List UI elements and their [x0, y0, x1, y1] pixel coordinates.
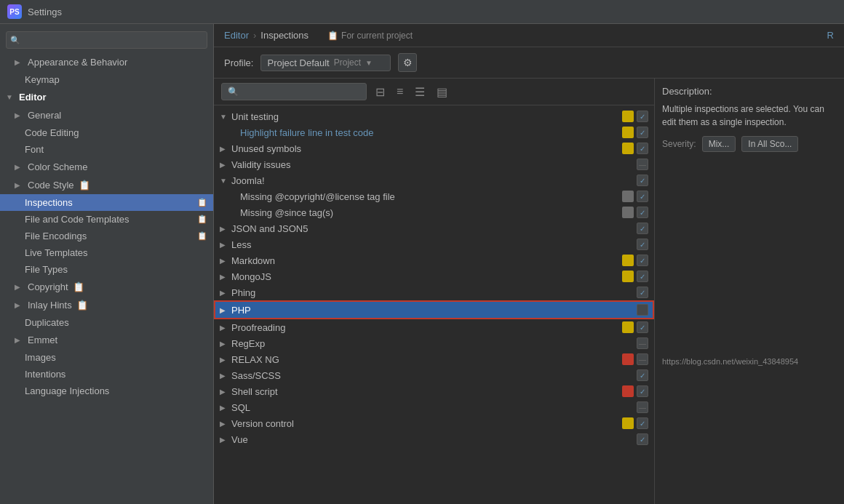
tree-item-mongodb[interactable]: ▶ MongoJS ✓ [214, 268, 654, 284]
tree-item-regexp[interactable]: ▶ RegExp — [214, 335, 654, 351]
sidebar-item-duplicates[interactable]: Duplicates [0, 314, 213, 331]
sidebar-item-label: File and Code Templates [25, 214, 130, 225]
severity-box [622, 369, 634, 381]
item-label: PHP [231, 305, 619, 316]
item-label: Missing @copyright/@license tag file [240, 191, 619, 202]
sidebar-item-font[interactable]: Font [0, 141, 213, 158]
sidebar-item-language-injections[interactable]: Language Injections [0, 383, 213, 399]
tree-item-vue[interactable]: ▶ Vue ✓ [214, 431, 654, 447]
severity-box [622, 223, 634, 234]
sidebar-item-inlay-hints[interactable]: ▶ Inlay Hints 📋 [0, 296, 213, 314]
main-layout: 🔍 ▶ Appearance & Behavior Keymap ▼ Edito… [0, 24, 844, 504]
sidebar-item-inspections[interactable]: Inspections 📋 [0, 194, 213, 211]
sidebar-item-appearance[interactable]: ▶ Appearance & Behavior [0, 53, 213, 71]
collapse-all-button[interactable]: ☰ [412, 84, 428, 100]
tree-item-missing-since[interactable]: Missing @since tag(s) ✓ [214, 204, 654, 220]
check-box[interactable]: ✓ [637, 417, 648, 429]
severity-box [622, 337, 634, 349]
expand-all-button[interactable]: ≡ [394, 84, 406, 100]
sidebar-item-editor[interactable]: ▼ Editor [0, 88, 213, 106]
tree-item-version-control[interactable]: ▶ Version control ✓ [214, 415, 654, 431]
check-box[interactable]: ✓ [637, 239, 648, 250]
check-box[interactable]: ✓ [637, 111, 648, 122]
check-box[interactable]: ✓ [637, 385, 648, 397]
check-box[interactable]: — [637, 337, 648, 349]
item-label: Markdown [231, 255, 619, 266]
sidebar-item-live-templates[interactable]: Live Templates [0, 244, 213, 261]
sidebar-item-keymap[interactable]: Keymap [0, 71, 213, 88]
sidebar-search-input[interactable] [6, 31, 207, 49]
sidebar-item-file-types[interactable]: File Types [0, 261, 213, 278]
check-box[interactable]: ✓ [637, 321, 648, 333]
sidebar-item-file-code-templates[interactable]: File and Code Templates 📋 [0, 211, 213, 228]
tree-item-markdown[interactable]: ▶ Markdown ✓ [214, 252, 654, 268]
tree-item-sql[interactable]: ▶ SQL — [214, 399, 654, 415]
tree-item-proofreading[interactable]: ▶ Proofreading ✓ [214, 319, 654, 335]
expand-arrow: ▶ [220, 324, 228, 332]
tree-item-shell[interactable]: ▶ Shell script ✓ [214, 383, 654, 399]
sidebar-item-images[interactable]: Images [0, 349, 213, 366]
check-box[interactable]: ✓ [637, 191, 648, 202]
check-box[interactable]: ✓ [637, 369, 648, 381]
severity-mix-button[interactable]: Mix... [702, 136, 736, 152]
tree-item-joomla[interactable]: ▼ Joomla! ✓ [214, 172, 654, 188]
profile-bar: Profile: Project Default Project ▼ ⚙ [214, 47, 844, 79]
check-box[interactable]: ✓ [637, 287, 648, 298]
inspections-search-input[interactable] [221, 83, 367, 100]
tree-item-missing-copyright[interactable]: Missing @copyright/@license tag file ✓ [214, 188, 654, 204]
tree-item-unused-symbols[interactable]: ▶ Unused symbols ✓ [214, 140, 654, 156]
sidebar-item-color-scheme[interactable]: ▶ Color Scheme [0, 158, 213, 176]
check-box[interactable]: — [637, 159, 648, 170]
breadcrumb-editor[interactable]: Editor [224, 30, 249, 41]
severity-scope-button[interactable]: In All Sco... [741, 136, 798, 152]
check-box[interactable]: ✓ [637, 127, 648, 138]
tree-item-php[interactable]: ▶ PHP [214, 300, 654, 319]
check-box[interactable]: ✓ [637, 223, 648, 234]
sidebar-item-general[interactable]: ▶ General [0, 106, 213, 124]
tree-item-unit-testing[interactable]: ▼ Unit testing ✓ [214, 108, 654, 124]
sidebar-item-file-encodings[interactable]: File Encodings 📋 [0, 228, 213, 244]
sidebar-item-emmet[interactable]: ▶ Emmet [0, 331, 213, 349]
layout-button[interactable]: ▤ [434, 84, 450, 100]
profile-sub: Project [334, 57, 361, 68]
copy-icon-file-code-templates: 📋 [197, 215, 207, 224]
filter-button[interactable]: ⊟ [373, 84, 388, 100]
expand-arrow: ▶ [220, 388, 228, 396]
item-label: Shell script [231, 386, 619, 397]
chevron-down-icon: ▼ [365, 59, 373, 67]
check-box[interactable]: ✓ [637, 143, 648, 154]
expand-arrow: ▶ [220, 340, 228, 348]
severity-box [622, 191, 634, 202]
sidebar-item-label: Keymap [25, 74, 60, 85]
sidebar-search-container: 🔍 [6, 31, 207, 49]
expand-arrow: ▶ [220, 289, 228, 297]
sidebar-item-code-editing[interactable]: Code Editing [0, 124, 213, 141]
sidebar-item-copyright[interactable]: ▶ Copyright 📋 [0, 278, 213, 296]
profile-select[interactable]: Project Default Project ▼ [260, 55, 391, 71]
expand-arrow: ▶ [220, 241, 228, 249]
tree-item-less[interactable]: ▶ Less ✓ [214, 236, 654, 252]
expand-arrow-general: ▶ [15, 111, 23, 119]
tree-item-highlight-failure[interactable]: Highlight failure line in test code ✓ [214, 124, 654, 140]
tree-item-relax-ng[interactable]: ▶ RELAX NG — [214, 351, 654, 367]
expand-arrow: ▼ [220, 113, 228, 121]
tree-item-sass[interactable]: ▶ Sass/SCSS ✓ [214, 367, 654, 383]
sidebar-item-code-style[interactable]: ▶ Code Style 📋 [0, 176, 213, 194]
tree-item-json[interactable]: ▶ JSON and JSON5 ✓ [214, 220, 654, 236]
sidebar-item-label: Editor [19, 92, 47, 103]
check-box[interactable]: ✓ [637, 255, 648, 266]
tree-item-validity-issues[interactable]: ▶ Validity issues — [214, 156, 654, 172]
sidebar-item-intentions[interactable]: Intentions [0, 366, 213, 383]
check-box[interactable]: ✓ [637, 175, 648, 186]
item-label: Version control [231, 418, 619, 429]
check-box[interactable]: ✓ [637, 207, 648, 218]
check-box[interactable]: ✓ [637, 433, 648, 445]
sidebar-item-label: Images [25, 352, 56, 363]
expand-arrow: ▶ [220, 356, 228, 364]
check-box[interactable]: — [637, 401, 648, 413]
tree-item-phing[interactable]: ▶ Phing ✓ [214, 284, 654, 300]
check-box[interactable]: — [637, 353, 648, 365]
gear-button[interactable]: ⚙ [398, 53, 417, 72]
check-box[interactable] [637, 304, 648, 316]
check-box[interactable]: ✓ [637, 271, 648, 282]
